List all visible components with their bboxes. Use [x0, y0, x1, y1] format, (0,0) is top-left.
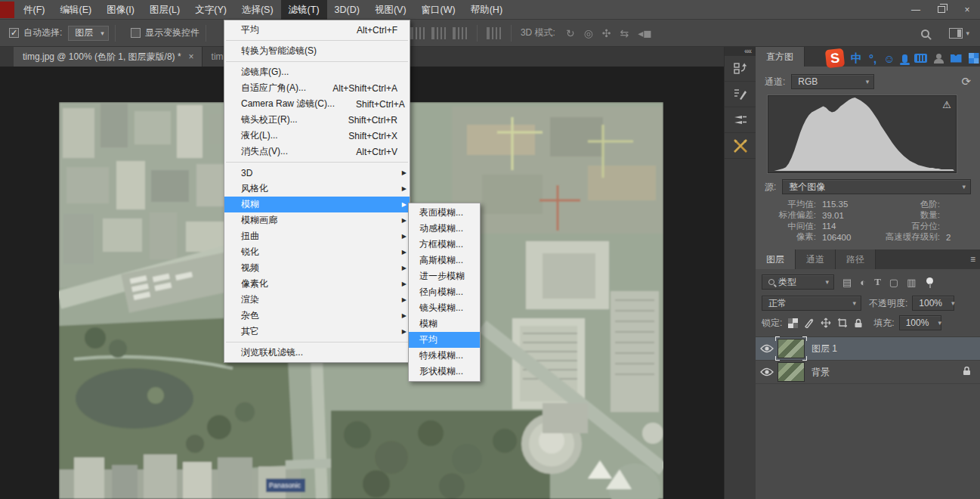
panel-menu-icon[interactable]: ≡ [970, 254, 975, 265]
filter-menu-item[interactable]: 模糊画廊 ▶ [224, 212, 410, 228]
menu-bar-item[interactable]: 选择(S) [234, 0, 281, 20]
menu-bar-item[interactable]: 滤镜(T) [281, 0, 327, 20]
sogou-logo-icon[interactable]: S [825, 48, 845, 68]
tab-histogram[interactable]: 直方图 [756, 47, 805, 67]
document-tab[interactable]: timg.jpg @ 100% (色阶 1, 图层蒙版/8) * × [14, 47, 202, 67]
menu-bar-item[interactable]: 件(F) [16, 0, 52, 20]
blur-submenu-item[interactable]: 高斯模糊... [409, 253, 480, 268]
filter-menu-item[interactable]: 自适应广角(A)... Alt+Shift+Ctrl+A [224, 80, 410, 96]
channel-dropdown[interactable]: RGB▾ [791, 74, 874, 89]
blur-submenu-item[interactable]: 方框模糊... [409, 237, 480, 253]
ime-skin-icon[interactable] [934, 54, 944, 64]
tool-presets-panel-button[interactable] [725, 133, 756, 159]
collapse-panels-button[interactable]: «« [725, 47, 756, 56]
blur-submenu-item[interactable]: 模糊 [409, 316, 480, 332]
history-panel-button[interactable] [725, 56, 756, 82]
ime-emoji-icon[interactable]: ☺ [883, 52, 895, 65]
layer-thumbnail[interactable] [778, 363, 804, 381]
filter-menu-item[interactable]: 滤镜库(G)... [224, 64, 410, 80]
auto-select-target-dropdown[interactable]: 图层▾ [68, 26, 109, 41]
blur-submenu-item[interactable]: 表面模糊... [409, 205, 480, 221]
layer-row[interactable]: 图层 1 [756, 337, 980, 361]
filter-menu-item[interactable]: 液化(L)... Shift+Ctrl+X [224, 128, 410, 144]
3d-camera-icon[interactable]: ◂◼ [638, 27, 652, 39]
filter-menu-item[interactable]: 平均 Alt+Ctrl+F [224, 22, 410, 38]
filter-shape-layers-icon[interactable]: ▢ [889, 277, 898, 288]
menu-bar-item[interactable]: 编辑(E) [52, 0, 99, 20]
lock-transparency-icon[interactable] [788, 318, 798, 328]
distribute-icon[interactable] [487, 27, 502, 39]
menu-bar-item[interactable]: 文字(Y) [187, 0, 234, 20]
align-right-icon[interactable] [453, 27, 468, 39]
filter-smart-objects-icon[interactable]: ▥ [907, 277, 916, 288]
ime-mic-icon[interactable] [902, 54, 907, 63]
layer-filter-type-dropdown[interactable]: 类型 ▾ [762, 274, 834, 290]
close-button[interactable]: × [954, 0, 980, 20]
brush-presets-panel-button[interactable] [725, 107, 756, 133]
warning-icon[interactable]: ⚠ [942, 99, 951, 110]
blend-mode-dropdown[interactable]: 正常▾ [762, 296, 861, 311]
3d-pan-icon[interactable]: ✣ [602, 27, 611, 39]
filter-menu-item[interactable]: 扭曲 ▶ [224, 228, 410, 244]
filter-adjustment-layers-icon[interactable]: ◐ [860, 277, 866, 288]
lock-all-icon[interactable] [854, 318, 863, 328]
layers-panel-tab[interactable]: 图层 [756, 250, 796, 269]
opacity-value-dropdown[interactable]: 100%▾ [912, 296, 954, 311]
blur-submenu-item[interactable]: 径向模糊... [409, 284, 480, 300]
filter-menu-item[interactable]: 3D ▶ [224, 165, 410, 181]
source-dropdown[interactable]: 整个图像▾ [782, 179, 971, 194]
menu-bar-item[interactable]: 图层(L) [142, 0, 187, 20]
layer-visibility-eye-icon[interactable] [756, 344, 778, 353]
menu-bar-item[interactable]: 3D(D) [327, 0, 367, 20]
ime-punctuation-toggle[interactable]: °, [869, 52, 876, 65]
lock-artboard-icon[interactable] [837, 318, 848, 328]
auto-select-checkbox[interactable]: ✓ [9, 28, 19, 38]
3d-roll-icon[interactable]: ◎ [584, 27, 593, 39]
close-tab-icon[interactable]: × [189, 51, 194, 62]
show-transform-checkbox[interactable] [131, 28, 141, 38]
filter-menu-item[interactable]: 浏览联机滤镜... [224, 345, 410, 361]
filter-menu-item[interactable]: 其它 ▶ [224, 324, 410, 339]
brush-settings-panel-button[interactable] [725, 82, 756, 107]
filter-menu-item[interactable]: 转换为智能滤镜(S) [224, 43, 410, 59]
3d-orbit-icon[interactable]: ↻ [566, 27, 575, 39]
layers-panel-tab[interactable]: 通道 [796, 250, 836, 269]
lock-position-icon[interactable] [821, 318, 831, 328]
restore-button[interactable] [929, 0, 954, 20]
menu-bar-item[interactable]: 图像(I) [99, 0, 142, 20]
menu-bar-item[interactable]: 帮助(H) [463, 0, 510, 20]
filter-menu-item[interactable]: Camera Raw 滤镜(C)... Shift+Ctrl+A [224, 96, 410, 112]
filter-menu-item[interactable]: 杂色 ▶ [224, 308, 410, 324]
ime-clothes-icon[interactable] [951, 54, 962, 63]
fill-value-dropdown[interactable]: 100%▾ [899, 315, 941, 330]
filter-menu-item[interactable]: 视频 ▶ [224, 260, 410, 276]
menu-bar-item[interactable]: 视图(V) [367, 0, 414, 20]
filter-menu-item[interactable]: 模糊 ▶ [224, 197, 410, 212]
blur-submenu-item[interactable]: 镜头模糊... [409, 300, 480, 316]
align-left-icon[interactable] [410, 27, 425, 39]
filter-menu-item[interactable]: 渲染 ▶ [224, 292, 410, 308]
ime-language-toggle[interactable]: 中 [851, 51, 862, 66]
ime-keyboard-icon[interactable] [914, 54, 927, 63]
filter-menu-item[interactable]: 镜头校正(R)... Shift+Ctrl+R [224, 112, 410, 128]
blur-submenu-item[interactable]: 动感模糊... [409, 221, 480, 237]
3d-slide-icon[interactable]: ⇆ [620, 27, 629, 39]
filter-menu-item[interactable]: 像素化 ▶ [224, 276, 410, 292]
filter-type-layers-icon[interactable]: T [874, 276, 881, 288]
filter-menu-item[interactable]: 锐化 ▶ [224, 244, 410, 260]
refresh-histogram-button[interactable]: ⟳ [961, 75, 971, 88]
minimize-button[interactable]: — [903, 0, 929, 20]
filter-menu-item[interactable]: 风格化 ▶ [224, 181, 410, 197]
layer-filter-toggle-icon[interactable] [926, 277, 933, 284]
ime-toolbox-icon[interactable] [969, 53, 979, 64]
blur-submenu-item[interactable]: 特殊模糊... [409, 348, 480, 364]
search-icon[interactable] [921, 29, 929, 38]
layer-row[interactable]: 背景 [756, 361, 980, 384]
menu-bar-item[interactable]: 窗口(W) [414, 0, 463, 20]
lock-pixels-icon[interactable] [804, 318, 815, 328]
filter-pixel-layers-icon[interactable]: ▤ [842, 277, 852, 288]
blur-submenu-item[interactable]: 平均 [409, 332, 480, 348]
align-center-icon[interactable] [431, 27, 447, 39]
filter-menu-item[interactable]: 消失点(V)... Alt+Ctrl+V [224, 144, 410, 160]
layer-visibility-eye-icon[interactable] [756, 367, 778, 377]
